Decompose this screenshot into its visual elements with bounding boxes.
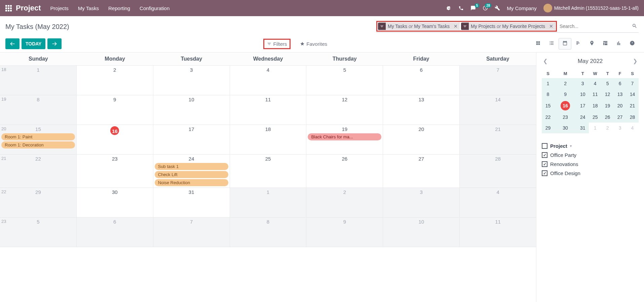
day-cell[interactable]: 16 (77, 125, 153, 154)
user-menu[interactable]: Mitchell Admin (15531522-saas-15-1-all) (543, 4, 639, 12)
mini-day[interactable]: 18 (589, 100, 601, 111)
project-filter-item[interactable]: Renovations (542, 160, 639, 169)
day-cell[interactable]: 5 (0, 217, 77, 247)
calendar-event[interactable]: Room 1: Paint (1, 133, 75, 140)
filter-chip-tasks[interactable]: My Tasks or My Team's Tasks ✕ (378, 23, 460, 30)
calendar-event[interactable]: Noise Reduction (155, 179, 228, 186)
view-calendar-icon[interactable] (559, 38, 571, 49)
day-cell[interactable]: 4 (460, 188, 536, 217)
day-cell[interactable]: 27 (383, 155, 460, 188)
mini-day[interactable]: 11 (589, 89, 601, 100)
mini-day[interactable]: 14 (626, 89, 639, 100)
chip-close-icon[interactable]: ✕ (452, 23, 460, 30)
filter-chip-projects[interactable]: My Projects or My Favorite Projects ✕ (461, 23, 555, 30)
mini-day[interactable]: 25 (589, 112, 601, 123)
checkbox-icon[interactable] (542, 161, 547, 167)
mini-day[interactable]: 3 (576, 78, 589, 89)
day-cell[interactable]: 6 (383, 66, 460, 95)
today-button[interactable]: TODAY (22, 38, 45, 49)
mini-prev-icon[interactable]: ❮ (542, 57, 549, 66)
filters-button[interactable]: Filters (263, 39, 291, 49)
bug-icon[interactable] (446, 5, 452, 11)
project-filter-item[interactable]: Office Party (542, 150, 639, 160)
apps-icon[interactable] (5, 5, 12, 11)
activities-icon[interactable]: 28 (483, 5, 488, 11)
calendar-event[interactable]: Room 1: Decoration (1, 141, 75, 148)
project-filter-header[interactable]: Project ▾ (542, 141, 639, 150)
favorites-button[interactable]: Favorites (297, 40, 330, 48)
mini-next-icon[interactable]: ❯ (632, 57, 639, 66)
mini-day[interactable]: 19 (601, 100, 614, 111)
mini-day[interactable]: 12 (601, 89, 614, 100)
view-kanban-icon[interactable] (532, 38, 544, 49)
day-cell[interactable]: 9 (306, 217, 383, 247)
day-cell[interactable]: 21 (460, 125, 536, 154)
day-cell[interactable]: 8 (230, 217, 307, 247)
day-cell[interactable]: 22 (0, 155, 77, 188)
mini-day[interactable]: 29 (542, 123, 554, 133)
calendar-body[interactable]: 181234567198910111213142015Room 1: Paint… (0, 66, 536, 302)
checkbox-icon[interactable] (542, 170, 547, 176)
day-cell[interactable]: 19Black Chairs for ma... (306, 125, 383, 154)
checkbox-icon[interactable] (542, 143, 547, 149)
day-cell[interactable]: 2 (77, 66, 153, 95)
day-cell[interactable]: 7 (153, 217, 230, 247)
nav-link-mytasks[interactable]: My Tasks (78, 5, 99, 11)
calendar-event[interactable]: Black Chairs for ma... (308, 133, 381, 140)
day-cell[interactable]: 17 (153, 125, 230, 154)
day-cell[interactable]: 2 (306, 188, 383, 217)
mini-day[interactable]: 7 (626, 78, 639, 89)
day-cell[interactable]: 10 (383, 217, 460, 247)
mini-day[interactable]: 4 (626, 123, 639, 133)
day-cell[interactable]: 31 (153, 188, 230, 217)
mini-day[interactable]: 9 (554, 89, 576, 100)
mini-day[interactable]: 22 (542, 112, 554, 123)
mini-day[interactable]: 2 (601, 123, 614, 133)
mini-day[interactable]: 10 (576, 89, 589, 100)
day-cell[interactable]: 3 (153, 66, 230, 95)
day-cell[interactable]: 13 (383, 95, 460, 125)
view-graph-icon[interactable] (612, 38, 625, 49)
day-cell[interactable]: 23 (77, 155, 153, 188)
day-cell[interactable]: 11 (460, 217, 536, 247)
day-cell[interactable]: 30 (77, 188, 153, 217)
calendar-event[interactable]: Check Lift (155, 171, 228, 178)
mini-day[interactable]: 20 (614, 100, 626, 111)
day-cell[interactable]: 26 (306, 155, 383, 188)
mini-day[interactable]: 28 (626, 112, 639, 123)
day-cell[interactable]: 29 (0, 188, 77, 217)
day-cell[interactable]: 9 (77, 95, 153, 125)
view-gantt-icon[interactable] (572, 38, 585, 49)
messages-icon[interactable]: 5 (470, 5, 476, 11)
search-icon[interactable] (631, 22, 639, 31)
day-cell[interactable]: 11 (230, 95, 307, 125)
prev-button[interactable]: 🡠 (5, 38, 20, 49)
day-cell[interactable]: 18 (230, 125, 307, 154)
day-cell[interactable]: 20 (383, 125, 460, 154)
company-name[interactable]: My Company (507, 5, 536, 11)
day-cell[interactable]: 5 (306, 66, 383, 95)
mini-day[interactable]: 30 (554, 123, 576, 133)
brand[interactable]: Project (16, 4, 41, 12)
search-input[interactable] (557, 22, 631, 30)
phone-icon[interactable] (458, 5, 464, 11)
calendar-event[interactable]: Sub task 1 (155, 163, 228, 170)
nav-link-reporting[interactable]: Reporting (108, 5, 130, 11)
mini-day[interactable]: 6 (614, 78, 626, 89)
view-map-icon[interactable] (585, 38, 598, 49)
checkbox-icon[interactable] (542, 152, 547, 158)
day-cell[interactable]: 12 (306, 95, 383, 125)
mini-day[interactable]: 13 (614, 89, 626, 100)
day-cell[interactable]: 8 (0, 95, 77, 125)
mini-day[interactable]: 23 (554, 112, 576, 123)
next-button[interactable]: 🡢 (47, 38, 62, 49)
mini-day[interactable]: 27 (614, 112, 626, 123)
mini-day[interactable]: 4 (589, 78, 601, 89)
day-cell[interactable]: 4 (230, 66, 307, 95)
mini-day[interactable]: 1 (589, 123, 601, 133)
chip-close-icon[interactable]: ✕ (547, 23, 555, 30)
day-cell[interactable]: 1 (0, 66, 77, 95)
tools-icon[interactable] (495, 5, 500, 11)
view-activity-icon[interactable] (626, 38, 639, 49)
mini-day[interactable]: 21 (626, 100, 639, 111)
